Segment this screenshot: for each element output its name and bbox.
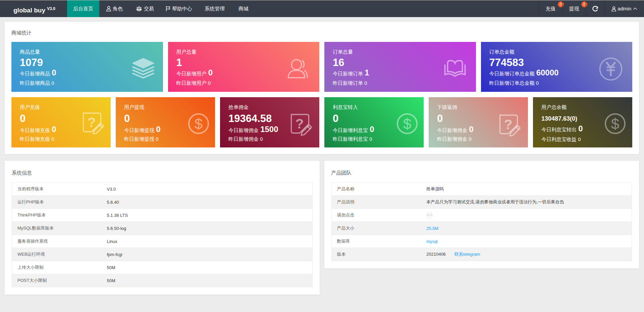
svg-text:?: ? [504, 117, 512, 132]
svg-text:$: $ [611, 116, 619, 132]
svg-text:$: $ [195, 116, 203, 132]
svg-text:?: ? [295, 116, 304, 131]
svg-text:?: ? [87, 115, 96, 130]
svg-text:$: $ [403, 116, 411, 132]
